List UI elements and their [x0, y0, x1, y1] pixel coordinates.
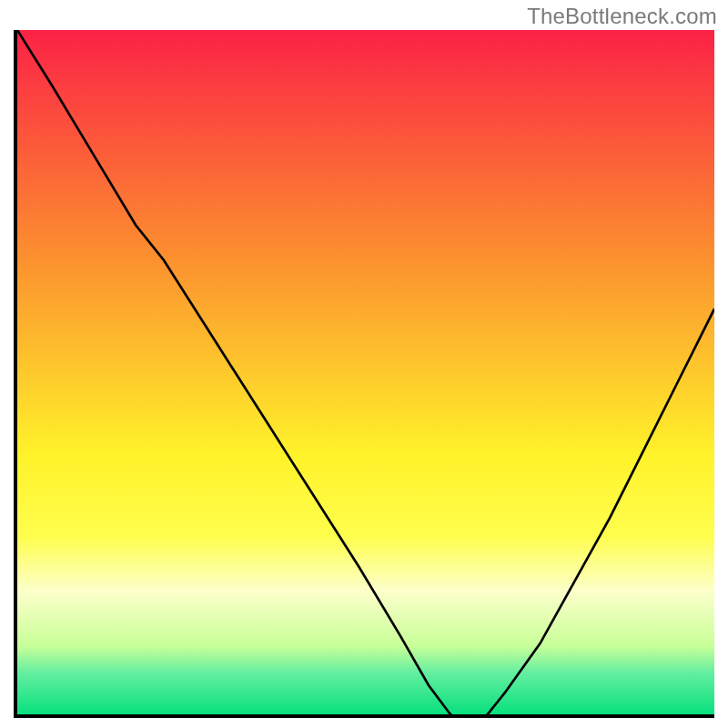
marker-rect — [460, 716, 480, 718]
chart-axes-frame — [14, 30, 714, 718]
chart-background-gradient — [17, 30, 714, 714]
watermark-text: TheBottleneck.com — [527, 4, 717, 29]
